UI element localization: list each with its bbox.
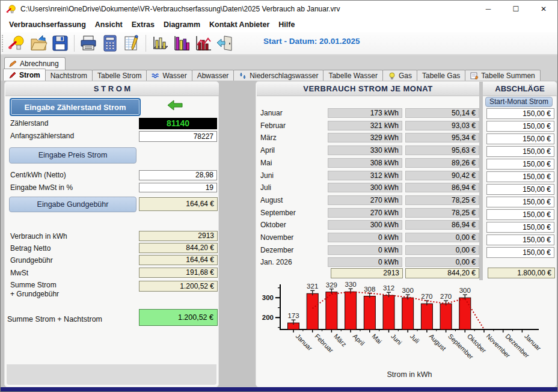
print-icon[interactable] (79, 34, 97, 52)
abschlag-input[interactable]: 150,00 € (486, 209, 554, 220)
close-button[interactable]: ✕ (530, 1, 557, 17)
grundgebuehr-value: 164,64 € (139, 255, 218, 265)
menu-verbrauchserfassung[interactable]: Verbrauchserfassung (9, 20, 86, 29)
app-logo-icon (6, 4, 16, 14)
water-drops-icon (239, 72, 247, 79)
anfangszaehlerstand-input[interactable]: 78227 (139, 131, 217, 142)
strom-panel: S T R O M Eingabe Zählerstand Strom Zähl… (4, 81, 219, 387)
open-file-icon[interactable] (29, 34, 48, 52)
bar (421, 304, 432, 329)
month-kwh-value: 0 kWh (328, 233, 402, 242)
month-label: Jan. 2026 (260, 258, 292, 266)
month-row: März329 kWh95,34 € (256, 133, 479, 144)
tab-niederschlagswasser[interactable]: Niederschlagswasser (233, 70, 323, 81)
tab-nachtstrom[interactable]: Nachtstrom (45, 70, 93, 81)
month-kwh-value: 270 kWh (328, 195, 402, 205)
abschlag-input[interactable]: 150,00 € (486, 171, 554, 182)
bar-value-label: 300 (402, 287, 414, 294)
pencil-red-icon (8, 72, 17, 79)
tab-label: Abrechnung (20, 60, 59, 68)
abschlag-input[interactable]: 150,00 € (486, 184, 554, 195)
tab-label: Gas (399, 72, 412, 80)
tab-gas[interactable]: Gas (382, 70, 417, 81)
close-icon: ✕ (541, 5, 547, 13)
bar (440, 304, 452, 329)
verbrauch-kwh-value: 2913 (139, 231, 218, 241)
tab-tabelle-gas[interactable]: Tabelle Gas (417, 70, 465, 81)
abschlaege-header: ABSCHLÄGE (483, 82, 557, 96)
eingabe-grundgebuehr-button[interactable]: Eingabe Gundgebühr (9, 197, 136, 212)
tab-abrechnung[interactable]: Abrechnung (4, 57, 66, 70)
waves-icon (152, 72, 160, 79)
tab-zone: Abrechnung Strom Nachtstrom Tabelle Stro… (1, 55, 557, 81)
cent-kwh-input[interactable]: 28,98 (139, 170, 217, 180)
chart-bars-icon[interactable] (151, 34, 169, 52)
grundgebuehr-eingabe-value: 164,64 € (139, 197, 218, 211)
start-monat-button[interactable]: Start-Monat Strom (485, 97, 553, 107)
verbrauch-panel: VERBRAUCH STROM JE MONAT ABSCHLÄGE Janua… (256, 81, 557, 387)
tab-tabelle-summen[interactable]: Tabelle Summen (465, 70, 540, 81)
month-row: November0 kWh0,00 € (256, 233, 479, 243)
abschlag-input[interactable]: 150,00 € (486, 197, 554, 207)
menu-bar: Verbrauchserfassung Ansicht Extras Diagr… (1, 17, 557, 32)
abschlag-input[interactable]: 150,00 € (486, 108, 554, 119)
month-euro-value: 95,34 € (405, 133, 479, 142)
minimize-button[interactable]: ─ (474, 1, 502, 17)
trend-line (313, 292, 484, 329)
abschlag-input[interactable]: 150,00 € (486, 234, 554, 245)
window-bottom-border (1, 387, 557, 391)
bar-value-label: 329 (326, 281, 337, 289)
menu-kontakt-anbieter[interactable]: Kontakt Anbieter (209, 20, 269, 29)
menu-hilfe[interactable]: Hilfe (278, 20, 295, 29)
month-label: April (260, 146, 275, 155)
tab-wasser[interactable]: Wasser (146, 70, 192, 81)
eingabe-zaehlerstand-button[interactable]: Eingabe Zählerstand Strom (10, 98, 141, 116)
menu-ansicht[interactable]: Ansicht (95, 20, 123, 29)
edit-table-icon[interactable] (123, 34, 141, 52)
tab-abwasser[interactable]: Abwasser (192, 70, 235, 81)
month-label: November (260, 233, 293, 242)
start-datum-value: 20.01.2025 (319, 37, 360, 46)
month-euro-value: 0,00 € (405, 245, 479, 255)
abschlag-input[interactable]: 150,00 € (486, 159, 554, 170)
maximize-button[interactable]: ☐ (502, 1, 530, 17)
window-title: C:\Users\nrein\OneDrive\Dokumente\VR-Ver… (20, 5, 340, 13)
menu-diagramm[interactable]: Diagramm (164, 20, 200, 29)
summe-nachtstrom-label: Summe Strom + Nachtstrom (7, 315, 102, 323)
menu-extras[interactable]: Extras (132, 20, 155, 29)
tab-label: Strom (19, 71, 40, 79)
bar (345, 292, 357, 329)
bar (402, 298, 414, 329)
tab-strom[interactable]: Strom (3, 69, 46, 81)
summe-strom-grundgebuehr-value: 1.200,52 € (139, 281, 218, 292)
panel-divider (479, 82, 483, 280)
month-row: Oktober300 kWh86,94 € (256, 220, 479, 231)
betrag-netto-label: Betrag Netto (10, 244, 51, 253)
month-label: März (260, 133, 277, 142)
x-category-label: Mai (370, 332, 383, 345)
abschlag-input[interactable]: 150,00 € (486, 146, 554, 157)
month-kwh-value: 308 kWh (328, 158, 402, 168)
tab-tabelle-wasser[interactable]: Tabelle Wasser (323, 70, 383, 81)
month-label: September (260, 209, 296, 217)
x-category-label: März (333, 332, 348, 348)
month-label: Juni (260, 171, 274, 180)
calculator-icon[interactable] (101, 34, 119, 52)
eingabe-preis-button[interactable]: Eingabe Preis Strom (9, 147, 136, 164)
tab-tabelle-strom[interactable]: Tabelle Strom (92, 70, 147, 81)
month-total-kwh: 2913 (331, 268, 403, 278)
abschlag-input[interactable]: 150,00 € (486, 247, 554, 258)
mwst-input[interactable]: 19 (139, 183, 217, 192)
save-file-icon[interactable] (51, 34, 69, 52)
app-logo-toolbar-icon[interactable] (8, 34, 26, 52)
bar-value-label: 330 (345, 281, 357, 288)
abschlag-input[interactable]: 150,00 € (486, 121, 554, 132)
mwst-eingabe-label: Eingabe MwSt in % (10, 183, 73, 192)
month-label: Dezember (260, 246, 293, 254)
chart-line-icon[interactable] (194, 34, 212, 52)
abschlag-input[interactable]: 150,00 € (486, 222, 554, 233)
exit-icon[interactable] (216, 34, 234, 52)
chart-bars-multi-icon[interactable] (173, 34, 191, 52)
abschlag-input[interactable]: 150,00 € (486, 133, 554, 144)
toolbar-drag-handle[interactable] (2, 35, 6, 52)
